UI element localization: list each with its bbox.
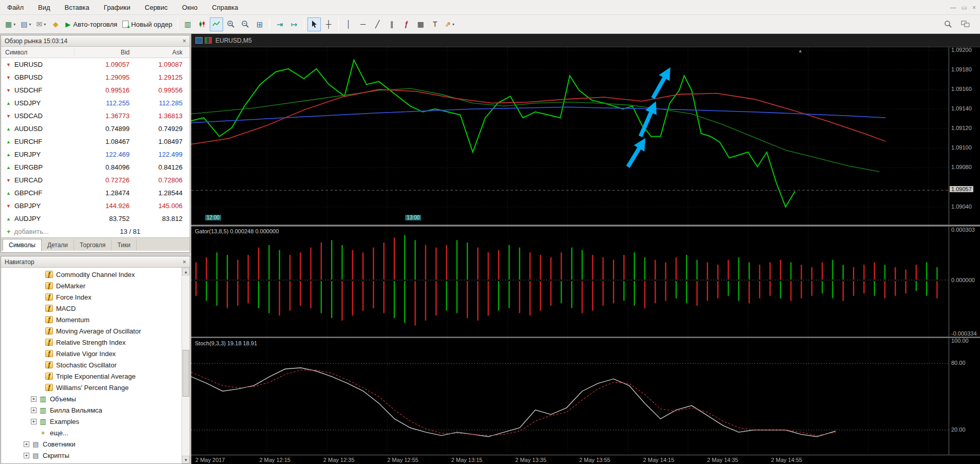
autotrading-button[interactable]: ▶Авто-торговля bbox=[63, 17, 119, 31]
market-watch-row[interactable]: ▼GBPJPY144.926145.006 bbox=[1, 199, 190, 212]
navigator-item[interactable]: +▥Билла Вильямса bbox=[1, 404, 181, 416]
main-chart-svg[interactable]: ▲ bbox=[191, 47, 949, 225]
navigator-item-label: DeMarker bbox=[56, 282, 85, 290]
arrow-objects-button[interactable]: ⇗▾ bbox=[443, 17, 457, 31]
market-watch-tab[interactable]: Символы bbox=[3, 239, 42, 251]
stoch-chart-svg[interactable] bbox=[191, 338, 949, 455]
expand-icon[interactable]: + bbox=[31, 419, 37, 424]
market-watch-row[interactable]: ▲AUDJPY83.75283.812 bbox=[1, 212, 190, 225]
chart-window[interactable]: EURUSD,M5 ▲ Gator(13,8,5) 0.000248 0.000… bbox=[191, 34, 980, 464]
close-icon[interactable]: × bbox=[183, 258, 186, 266]
market-watch-tab[interactable]: Детали bbox=[42, 239, 74, 251]
menu-tools[interactable]: Сервис bbox=[138, 0, 175, 15]
navigator-item[interactable]: +▥Объемы bbox=[1, 393, 181, 404]
vertical-line-button[interactable]: │ bbox=[342, 17, 355, 31]
close-icon[interactable]: × bbox=[972, 4, 976, 11]
panel-splitter[interactable] bbox=[191, 225, 980, 227]
column-bid[interactable]: Bid bbox=[74, 49, 130, 56]
scroll-up-icon[interactable]: ▲ bbox=[182, 268, 190, 275]
expand-icon[interactable]: + bbox=[24, 441, 29, 447]
navigator-item[interactable]: +▥Examples bbox=[1, 416, 181, 427]
bar-chart-button[interactable]: ▥ bbox=[181, 17, 194, 31]
column-symbol[interactable]: Символ bbox=[1, 49, 74, 56]
column-ask[interactable]: Ask bbox=[130, 49, 190, 56]
fibonacci-button[interactable]: ƒ bbox=[400, 17, 413, 31]
menu-view[interactable]: Вид bbox=[31, 0, 58, 15]
expand-icon[interactable]: + bbox=[31, 407, 37, 413]
crosshair-button[interactable]: ┼ bbox=[322, 17, 335, 31]
market-watch-row[interactable]: ▲GBPCHF1.284741.28544 bbox=[1, 187, 190, 199]
market-watch-tab[interactable]: Торговля bbox=[74, 239, 112, 251]
expand-icon[interactable]: + bbox=[31, 396, 37, 402]
chart-title-bar[interactable]: EURUSD,M5 bbox=[191, 34, 980, 47]
chart-shift-button[interactable]: ↦ bbox=[287, 17, 301, 31]
menu-insert[interactable]: Вставка bbox=[58, 0, 97, 15]
price-up-icon: ▲ bbox=[6, 101, 11, 106]
navigator-item[interactable]: ƒStochastic Oscillator bbox=[1, 359, 181, 370]
market-watch-row[interactable]: ▲EURGBP0.840960.84126 bbox=[1, 161, 190, 174]
market-watch-row[interactable]: ▼EURUSD1.090571.09087 bbox=[1, 58, 190, 71]
navigator-item[interactable]: ƒTriple Exponential Average bbox=[1, 370, 181, 382]
trendline-button[interactable]: ╱ bbox=[371, 17, 384, 31]
add-symbol-row[interactable]: + добавить... 13 / 81 bbox=[1, 225, 190, 237]
scripts-icon: ▤ bbox=[32, 452, 40, 459]
chevron-down-icon: ▾ bbox=[29, 22, 31, 27]
navigator-item[interactable]: ƒMomentum bbox=[1, 314, 181, 325]
restore-icon[interactable]: ▭ bbox=[961, 4, 967, 11]
navigator-item[interactable]: ƒRelative Vigor Index bbox=[1, 348, 181, 359]
close-icon[interactable]: × bbox=[183, 38, 186, 45]
line-chart-button[interactable] bbox=[210, 17, 223, 31]
scrollbar-thumb[interactable] bbox=[183, 350, 189, 397]
navigator-item[interactable]: +▤Скрипты bbox=[1, 450, 181, 461]
candle-chart-button[interactable] bbox=[195, 17, 209, 31]
indicator-icon: ƒ bbox=[45, 327, 53, 335]
menu-help[interactable]: Справка bbox=[205, 0, 245, 15]
panel-splitter[interactable] bbox=[191, 337, 980, 338]
cursor-button[interactable] bbox=[307, 17, 321, 31]
navigator-item[interactable]: ƒForce Index bbox=[1, 291, 181, 303]
gator-chart-svg[interactable] bbox=[191, 227, 949, 337]
new-chart-button[interactable]: ▦▾ bbox=[3, 17, 17, 31]
zoom-out-button[interactable] bbox=[239, 17, 252, 31]
minimize-icon[interactable]: — bbox=[950, 4, 956, 11]
navigator-item[interactable]: +▤Советники bbox=[1, 438, 181, 450]
market-watch-row[interactable]: ▼USDCAD1.367731.36813 bbox=[1, 109, 190, 122]
navigator-item[interactable]: ƒMACD bbox=[1, 303, 181, 314]
horizontal-line-button[interactable]: ─ bbox=[356, 17, 370, 31]
navigator-item[interactable]: »еще... bbox=[1, 427, 181, 438]
market-watch-row[interactable]: ▼GBPUSD1.290951.29125 bbox=[1, 71, 190, 84]
new-order-button[interactable]: Новый ордер bbox=[120, 17, 174, 31]
navigator-item[interactable]: ƒDeMarker bbox=[1, 280, 181, 291]
market-watch-row[interactable]: ▼EURCAD0.727260.72806 bbox=[1, 174, 190, 187]
channel-button[interactable]: ∥ bbox=[385, 17, 398, 31]
price-scale[interactable]: 1.092001.091801.091601.091401.091201.091… bbox=[949, 47, 980, 455]
indicator-list-button[interactable]: ▦ bbox=[414, 17, 427, 31]
expand-icon[interactable]: + bbox=[24, 453, 29, 458]
time-axis[interactable]: 2 May 20172 May 12:152 May 12:352 May 12… bbox=[191, 455, 980, 464]
navigator-scrollbar[interactable]: ▲ ▼ bbox=[182, 268, 190, 463]
text-label-button[interactable]: T bbox=[428, 17, 442, 31]
navigator-item[interactable]: ƒRelative Strength Index bbox=[1, 337, 181, 348]
connection-button[interactable] bbox=[959, 17, 972, 31]
menu-charts[interactable]: Графики bbox=[97, 0, 138, 15]
auto-scroll-button[interactable]: ⇥ bbox=[273, 17, 286, 31]
navigator-item[interactable]: ƒWilliams' Percent Range bbox=[1, 382, 181, 393]
scroll-down-icon[interactable]: ▼ bbox=[182, 456, 190, 463]
zoom-in-button[interactable] bbox=[224, 17, 238, 31]
market-watch-row[interactable]: ▲USDJPY112.255112.285 bbox=[1, 97, 190, 109]
market-watch-tab[interactable]: Тики bbox=[112, 239, 136, 251]
navigator-item[interactable]: ƒMoving Average of Oscillator bbox=[1, 325, 181, 337]
profiles-button[interactable]: ▤▾ bbox=[19, 17, 33, 31]
market-watch-row[interactable]: ▲EURJPY122.469122.499 bbox=[1, 148, 190, 161]
search-button[interactable] bbox=[941, 17, 955, 31]
publish-button[interactable]: ✉▾ bbox=[34, 17, 48, 31]
menu-file[interactable]: Файл bbox=[0, 0, 31, 15]
tile-windows-button[interactable]: ⊞ bbox=[253, 17, 266, 31]
market-watch-row[interactable]: ▼USDCHF0.995160.99556 bbox=[1, 84, 190, 97]
gator-indicator-label: Gator(13,8,5) 0.000248 0.000000 bbox=[195, 228, 279, 234]
metaeditor-button[interactable]: ◆ bbox=[49, 17, 62, 31]
navigator-item[interactable]: ƒCommodity Channel Index bbox=[1, 269, 181, 280]
market-watch-row[interactable]: ▲EURCHF1.084671.08497 bbox=[1, 135, 190, 148]
menu-window[interactable]: Окно bbox=[175, 0, 205, 15]
market-watch-row[interactable]: ▲AUDUSD0.748990.74929 bbox=[1, 122, 190, 135]
